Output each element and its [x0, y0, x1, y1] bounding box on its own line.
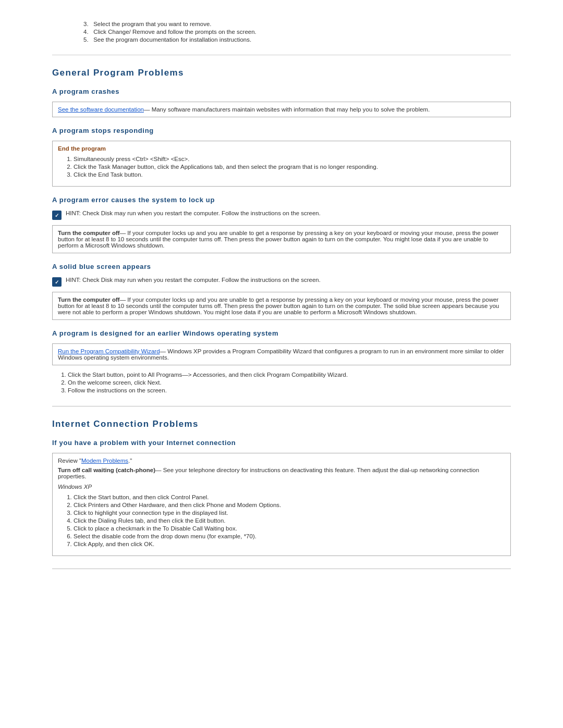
earlier-windows-steps: Click the Start button, point to All Pro…	[68, 372, 511, 393]
intro-item-5: 5. See the program documentation for ins…	[83, 36, 511, 43]
stops-responding-box: End the program Simultaneously press <Ct…	[52, 141, 511, 187]
blue-screen-hint-text: HINT: Check Disk may run when you restar…	[66, 277, 321, 283]
review-label: Review "	[58, 458, 81, 464]
intro-item-4: 4. Click Change/ Remove and follow the p…	[83, 29, 511, 35]
blue-screen-title: A solid blue screen appears	[52, 263, 511, 270]
earlier-step-3: Follow the instructions on the screen.	[68, 387, 511, 393]
internet-problems-section: Internet Connection Problems If you have…	[52, 419, 511, 556]
blue-screen-info-rest: — If your computer locks up and you are …	[58, 297, 499, 315]
end-program-label: End the program	[58, 145, 505, 152]
internet-step-1: Click the Start button, and then click C…	[74, 494, 505, 500]
internet-step-4: Click the Dialing Rules tab, and then cl…	[74, 517, 505, 524]
earlier-step-1: Click the Start button, point to All Pro…	[68, 372, 511, 378]
software-doc-link[interactable]: See the software documentation	[58, 106, 144, 113]
section-divider-1	[52, 406, 511, 406]
internet-connection-steps: Click the Start button, and then click C…	[74, 494, 505, 547]
lock-up-hint: ✓ HINT: Check Disk may run when you rest…	[52, 210, 511, 220]
internet-step-6: Select the disable code from the drop do…	[74, 533, 505, 539]
program-crashes-subsection: A program crashes See the software docum…	[52, 88, 511, 117]
review-modem-line: Review "Modem Problems."	[58, 458, 505, 464]
page-container: 3. Select the program that you want to r…	[31, 0, 532, 592]
earlier-step-2: On the welcome screen, click Next.	[68, 379, 511, 386]
internet-connection-infobox: Review "Modem Problems." Turn off call w…	[52, 453, 511, 556]
blue-screen-subsection: A solid blue screen appears ✓ HINT: Chec…	[52, 263, 511, 320]
internet-step-3: Click to highlight your connection type …	[74, 510, 505, 516]
lock-up-title: A program error causes the system to loc…	[52, 196, 511, 204]
internet-step-5: Click to place a checkmark in the To Dis…	[74, 525, 505, 532]
earlier-windows-title: A program is designed for an earlier Win…	[52, 329, 511, 337]
program-crashes-title: A program crashes	[52, 88, 511, 95]
intro-list: 3. Select the program that you want to r…	[52, 10, 511, 55]
lock-up-info-rest: — If your computer locks up and you are …	[58, 230, 498, 249]
internet-problems-title: Internet Connection Problems	[52, 419, 511, 429]
turn-off-callwaiting-line: Turn off call waiting (catch-phone)— See…	[58, 467, 505, 479]
blue-screen-infobox: Turn the computer off— If your computer …	[52, 292, 511, 320]
stop-step-2: Click the Task Manager button, click the…	[74, 164, 505, 170]
lock-up-subsection: A program error causes the system to loc…	[52, 196, 511, 253]
modem-problems-link[interactable]: Modem Problems	[81, 458, 128, 464]
general-problems-title: General Program Problems	[52, 68, 511, 78]
earlier-windows-subsection: A program is designed for an earlier Win…	[52, 329, 511, 393]
lock-up-infobox: Turn the computer off— If your computer …	[52, 225, 511, 253]
stops-responding-steps: Simultaneously press <Ctrl> <Shift> <Esc…	[74, 156, 505, 178]
stop-step-3: Click the End Task button.	[74, 171, 505, 178]
internet-connection-title: If you have a problem with your Internet…	[52, 439, 511, 447]
lock-up-bold: Turn the computer off	[58, 230, 120, 236]
lock-up-hint-text: HINT: Check Disk may run when you restar…	[66, 210, 321, 216]
stops-responding-title: A program stops responding	[52, 127, 511, 134]
intro-item-3: 3. Select the program that you want to r…	[83, 21, 511, 27]
hint-icon-lockup: ✓	[52, 211, 62, 220]
earlier-windows-infobox: Run the Program Compatibility Wizard— Wi…	[52, 343, 511, 365]
stops-responding-subsection: A program stops responding End the progr…	[52, 127, 511, 187]
review-end: ."	[128, 458, 132, 464]
internet-step-2: Click Printers and Other Hardware, and t…	[74, 502, 505, 508]
hint-icon-bluescreen: ✓	[52, 277, 62, 287]
compatibility-wizard-link[interactable]: Run the Program Compatibility Wizard	[58, 348, 160, 354]
program-crashes-infobox: See the software documentation— Many sof…	[52, 102, 511, 117]
program-crashes-info-rest: — Many software manufacturers maintain w…	[144, 106, 430, 113]
blue-screen-bold: Turn the computer off	[58, 297, 120, 303]
blue-screen-hint: ✓ HINT: Check Disk may run when you rest…	[52, 277, 511, 287]
internet-connection-subsection: If you have a problem with your Internet…	[52, 439, 511, 556]
internet-step-7: Click Apply, and then click OK.	[74, 541, 505, 547]
stop-step-1: Simultaneously press <Ctrl> <Shift> <Esc…	[74, 156, 505, 162]
turn-off-label: Turn off call waiting (catch-phone)	[58, 467, 155, 473]
windows-xp-label: Windows XP	[58, 484, 505, 490]
section-divider-2	[52, 569, 511, 569]
general-problems-section: General Program Problems A program crash…	[52, 68, 511, 393]
